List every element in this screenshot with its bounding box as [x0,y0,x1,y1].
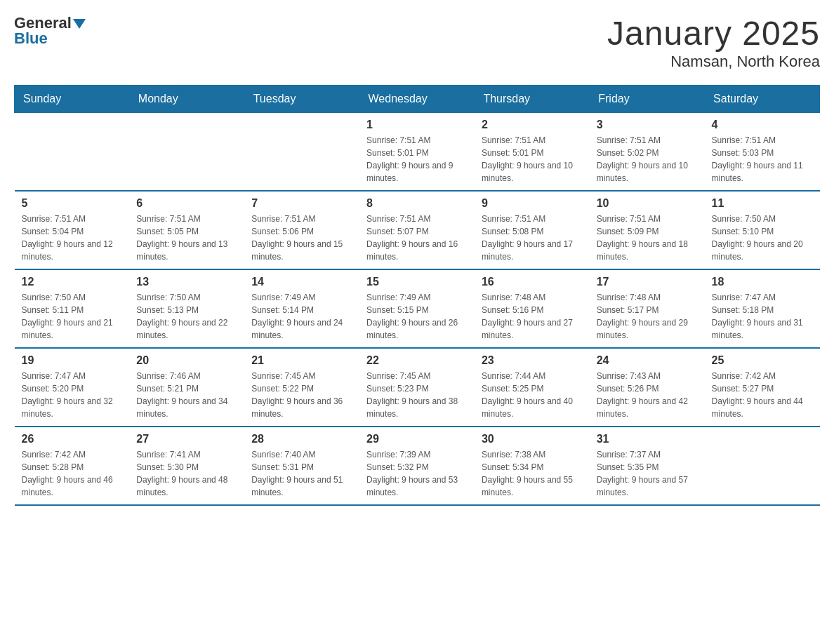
day-info: Sunrise: 7:51 AMSunset: 5:01 PMDaylight:… [366,134,468,185]
calendar-header: SundayMondayTuesdayWednesdayThursdayFrid… [15,86,820,113]
day-number: 15 [366,276,468,288]
day-cell: 13Sunrise: 7:50 AMSunset: 5:13 PMDayligh… [129,269,244,348]
day-cell: 16Sunrise: 7:48 AMSunset: 5:16 PMDayligh… [475,269,590,348]
day-info: Sunrise: 7:47 AMSunset: 5:20 PMDaylight:… [22,370,123,420]
day-number: 20 [136,354,237,367]
day-info: Sunrise: 7:48 AMSunset: 5:17 PMDaylight:… [597,291,698,342]
day-info: Sunrise: 7:50 AMSunset: 5:11 PMDaylight:… [22,291,123,342]
day-cell [705,427,820,505]
day-number: 18 [712,276,813,288]
day-info: Sunrise: 7:43 AMSunset: 5:26 PMDaylight:… [597,370,698,420]
calendar-body: 1Sunrise: 7:51 AMSunset: 5:01 PMDaylight… [15,113,820,506]
day-cell: 10Sunrise: 7:51 AMSunset: 5:09 PMDayligh… [590,191,705,269]
header-cell-wednesday: Wednesday [359,86,475,113]
day-cell: 30Sunrise: 7:38 AMSunset: 5:34 PMDayligh… [475,427,590,505]
day-cell: 4Sunrise: 7:51 AMSunset: 5:03 PMDaylight… [705,113,820,192]
day-number: 26 [22,433,123,445]
day-number: 13 [136,276,237,288]
day-cell: 22Sunrise: 7:45 AMSunset: 5:23 PMDayligh… [359,348,475,427]
day-number: 16 [482,276,583,288]
day-number: 22 [366,354,468,367]
day-cell: 20Sunrise: 7:46 AMSunset: 5:21 PMDayligh… [129,348,244,427]
day-number: 5 [22,197,123,210]
day-info: Sunrise: 7:51 AMSunset: 5:02 PMDaylight:… [597,134,698,185]
day-number: 2 [482,119,583,131]
day-info: Sunrise: 7:51 AMSunset: 5:04 PMDaylight:… [22,213,123,263]
day-number: 11 [712,197,813,210]
header-row: SundayMondayTuesdayWednesdayThursdayFrid… [15,86,820,113]
day-info: Sunrise: 7:45 AMSunset: 5:22 PMDaylight:… [251,370,352,420]
day-cell: 19Sunrise: 7:47 AMSunset: 5:20 PMDayligh… [15,348,130,427]
day-cell [244,113,359,192]
calendar-title: January 2025 [607,14,820,53]
day-info: Sunrise: 7:50 AMSunset: 5:13 PMDaylight:… [136,291,237,342]
header-cell-tuesday: Tuesday [244,86,359,113]
day-cell: 26Sunrise: 7:42 AMSunset: 5:28 PMDayligh… [15,427,130,505]
day-number: 25 [712,354,813,367]
logo: General Blue [14,14,86,48]
day-info: Sunrise: 7:51 AMSunset: 5:09 PMDaylight:… [597,213,698,263]
day-cell: 29Sunrise: 7:39 AMSunset: 5:32 PMDayligh… [359,427,475,505]
day-cell: 11Sunrise: 7:50 AMSunset: 5:10 PMDayligh… [705,191,820,269]
day-cell: 9Sunrise: 7:51 AMSunset: 5:08 PMDaylight… [475,191,590,269]
day-cell: 28Sunrise: 7:40 AMSunset: 5:31 PMDayligh… [244,427,359,505]
header-cell-saturday: Saturday [705,86,820,113]
day-number: 30 [482,433,583,445]
day-number: 8 [366,197,468,210]
day-cell [129,113,244,192]
day-info: Sunrise: 7:41 AMSunset: 5:30 PMDaylight:… [136,448,237,499]
day-info: Sunrise: 7:50 AMSunset: 5:10 PMDaylight:… [712,213,813,263]
day-cell: 2Sunrise: 7:51 AMSunset: 5:01 PMDaylight… [475,113,590,192]
day-info: Sunrise: 7:51 AMSunset: 5:01 PMDaylight:… [482,134,583,185]
day-number: 4 [712,119,813,131]
day-info: Sunrise: 7:49 AMSunset: 5:14 PMDaylight:… [251,291,352,342]
day-cell: 3Sunrise: 7:51 AMSunset: 5:02 PMDaylight… [590,113,705,192]
day-number: 27 [136,433,237,445]
title-section: January 2025 Namsan, North Korea [607,14,820,71]
day-cell: 23Sunrise: 7:44 AMSunset: 5:25 PMDayligh… [475,348,590,427]
header-cell-sunday: Sunday [15,86,130,113]
day-info: Sunrise: 7:40 AMSunset: 5:31 PMDaylight:… [251,448,352,499]
day-info: Sunrise: 7:37 AMSunset: 5:35 PMDaylight:… [597,448,698,499]
day-info: Sunrise: 7:46 AMSunset: 5:21 PMDaylight:… [136,370,237,420]
day-info: Sunrise: 7:51 AMSunset: 5:06 PMDaylight:… [251,213,352,263]
day-cell: 31Sunrise: 7:37 AMSunset: 5:35 PMDayligh… [590,427,705,505]
day-cell: 27Sunrise: 7:41 AMSunset: 5:30 PMDayligh… [129,427,244,505]
day-cell: 24Sunrise: 7:43 AMSunset: 5:26 PMDayligh… [590,348,705,427]
day-cell: 25Sunrise: 7:42 AMSunset: 5:27 PMDayligh… [705,348,820,427]
day-number: 7 [251,197,352,210]
day-info: Sunrise: 7:45 AMSunset: 5:23 PMDaylight:… [366,370,468,420]
day-info: Sunrise: 7:42 AMSunset: 5:27 PMDaylight:… [712,370,813,420]
day-info: Sunrise: 7:51 AMSunset: 5:05 PMDaylight:… [136,213,237,263]
week-row-3: 19Sunrise: 7:47 AMSunset: 5:20 PMDayligh… [15,348,820,427]
day-number: 29 [366,433,468,445]
day-cell: 12Sunrise: 7:50 AMSunset: 5:11 PMDayligh… [15,269,130,348]
day-cell: 1Sunrise: 7:51 AMSunset: 5:01 PMDaylight… [359,113,475,192]
day-cell: 7Sunrise: 7:51 AMSunset: 5:06 PMDaylight… [244,191,359,269]
calendar-table: SundayMondayTuesdayWednesdayThursdayFrid… [14,85,820,506]
header-cell-monday: Monday [129,86,244,113]
day-number: 19 [22,354,123,367]
week-row-2: 12Sunrise: 7:50 AMSunset: 5:11 PMDayligh… [15,269,820,348]
header-cell-thursday: Thursday [475,86,590,113]
day-info: Sunrise: 7:42 AMSunset: 5:28 PMDaylight:… [22,448,123,499]
logo-arrow-icon [73,18,86,30]
svg-marker-0 [73,19,86,29]
week-row-4: 26Sunrise: 7:42 AMSunset: 5:28 PMDayligh… [15,427,820,505]
day-number: 21 [251,354,352,367]
logo-blue-text: Blue [14,29,48,48]
day-cell: 14Sunrise: 7:49 AMSunset: 5:14 PMDayligh… [244,269,359,348]
day-cell: 8Sunrise: 7:51 AMSunset: 5:07 PMDaylight… [359,191,475,269]
day-number: 9 [482,197,583,210]
day-cell: 15Sunrise: 7:49 AMSunset: 5:15 PMDayligh… [359,269,475,348]
day-info: Sunrise: 7:49 AMSunset: 5:15 PMDaylight:… [366,291,468,342]
day-info: Sunrise: 7:44 AMSunset: 5:25 PMDaylight:… [482,370,583,420]
day-number: 3 [597,119,698,131]
day-cell: 18Sunrise: 7:47 AMSunset: 5:18 PMDayligh… [705,269,820,348]
week-row-0: 1Sunrise: 7:51 AMSunset: 5:01 PMDaylight… [15,113,820,192]
day-info: Sunrise: 7:39 AMSunset: 5:32 PMDaylight:… [366,448,468,499]
day-info: Sunrise: 7:48 AMSunset: 5:16 PMDaylight:… [482,291,583,342]
day-cell [15,113,130,192]
day-number: 14 [251,276,352,288]
day-cell: 5Sunrise: 7:51 AMSunset: 5:04 PMDaylight… [15,191,130,269]
